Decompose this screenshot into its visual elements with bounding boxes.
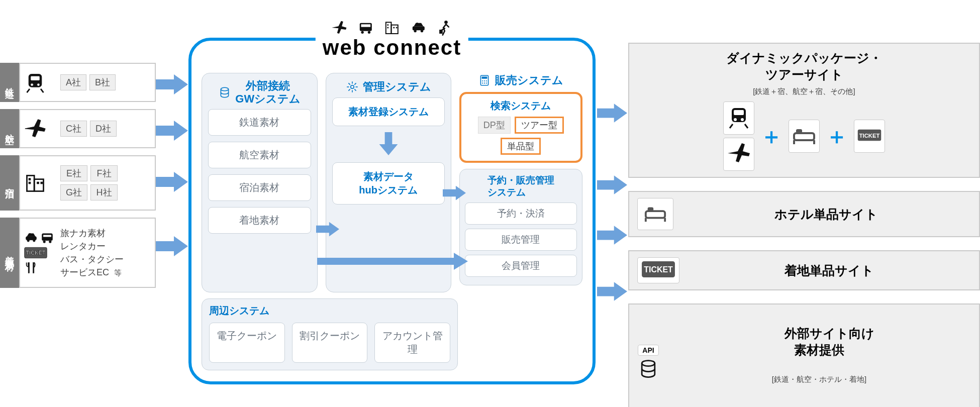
search-title: 検索システム bbox=[465, 99, 576, 113]
periph-discount: 割引クーポン bbox=[292, 323, 368, 363]
peripheral-panel: 周辺システム 電子クーポン 割引クーポン アカウント管理 bbox=[202, 298, 458, 370]
sales-title: 販売システム bbox=[459, 73, 582, 88]
arrow-in-stay bbox=[156, 172, 188, 194]
gw-item-rail: 鉄道素材 bbox=[208, 109, 311, 136]
plus-icon: ＋ bbox=[760, 122, 782, 151]
arrow-in-air bbox=[156, 121, 188, 143]
reserve-item-sales: 販売管理 bbox=[465, 229, 577, 251]
reserve-item-member: 会員管理 bbox=[465, 255, 577, 277]
out-land-title: 着地単品サイト bbox=[688, 262, 971, 279]
hotel-icon bbox=[24, 172, 57, 194]
reserve-title: 予約・販売管理 システム bbox=[465, 174, 577, 198]
company-c: C社 bbox=[60, 121, 87, 137]
out-hotel-title: ホテル単品サイト bbox=[681, 206, 971, 223]
source-stay: 宿泊 E社 F社 G社 H社 bbox=[0, 155, 156, 211]
periph-title: 周辺システム bbox=[209, 304, 450, 318]
arrow-out-dp bbox=[597, 103, 627, 125]
sources-column: 鉄道 A社 B社 航空 C社 D社 宿泊 E社 F社 G社 bbox=[0, 63, 156, 295]
calculator-icon bbox=[478, 74, 491, 87]
tab-air: 航空 bbox=[0, 109, 19, 148]
brand-text: web connect bbox=[323, 36, 461, 60]
arrow-out-hotel bbox=[597, 175, 627, 197]
database-icon bbox=[637, 358, 659, 380]
plane-icon bbox=[24, 118, 57, 140]
sales-column: 販売システム 検索システム DP型 ツアー型 単品型 予約・販売管理 システム … bbox=[459, 73, 582, 292]
arrow-gw-to-hub bbox=[316, 221, 339, 240]
chip-dp: DP型 bbox=[478, 117, 511, 134]
tab-rail: 鉄道 bbox=[0, 63, 19, 102]
source-air: 航空 C社 D社 bbox=[0, 109, 156, 148]
chip-single: 単品型 bbox=[501, 138, 541, 155]
source-rail: 鉄道 A社 B社 bbox=[0, 63, 156, 102]
out-api-title: 外部サイト向け 素材提供 [鉄道・航空・ホテル・着地] bbox=[667, 311, 971, 407]
svg-marker-50 bbox=[317, 253, 468, 270]
land-icons bbox=[24, 231, 57, 275]
search-system: 検索システム DP型 ツアー型 単品型 bbox=[459, 92, 582, 163]
plus-icon: ＋ bbox=[826, 122, 848, 151]
tab-land: 着地素材 bbox=[0, 218, 19, 288]
walker-icon bbox=[434, 20, 455, 36]
outputs-column: ダイナミックパッケージ・ ツアーサイト [鉄道＋宿、航空＋宿、その他] ＋ ＋ … bbox=[628, 43, 980, 407]
train-icon bbox=[24, 71, 57, 93]
gw-item-air: 航空素材 bbox=[208, 142, 311, 168]
gw-panel: 外部接続 GWシステム 鉄道素材 航空素材 宿泊素材 着地素材 bbox=[202, 73, 318, 292]
bus-icon bbox=[355, 20, 376, 36]
out-dp: ダイナミックパッケージ・ ツアーサイト [鉄道＋宿、航空＋宿、その他] ＋ ＋ bbox=[628, 43, 980, 178]
train-icon bbox=[723, 101, 754, 135]
ticket-icon bbox=[854, 120, 885, 153]
arrow-in-rail bbox=[156, 74, 188, 96]
company-f: F社 bbox=[90, 165, 118, 181]
hotel-icon bbox=[381, 20, 403, 36]
plane-icon bbox=[329, 20, 350, 36]
reserve-item-pay: 予約・決済 bbox=[465, 202, 577, 225]
fork-icon bbox=[24, 261, 38, 275]
arrow-down-icon bbox=[378, 132, 399, 157]
out-dp-sub: [鉄道＋宿、航空＋宿、その他] bbox=[637, 87, 971, 96]
gear-icon bbox=[346, 80, 359, 93]
ticket-icon bbox=[24, 247, 47, 259]
land-text: 旅ナカ素材 レンタカー バス・タクシー サービスEC 等 bbox=[60, 227, 124, 279]
webconnect-frame: web connect 外部接続 GWシステム 鉄道素材 航空素材 宿泊素材 着… bbox=[188, 38, 596, 384]
out-api-sub: [鉄道・航空・ホテル・着地] bbox=[667, 375, 971, 384]
company-a: A社 bbox=[60, 74, 86, 90]
plane-icon bbox=[723, 138, 754, 171]
arrow-out-api bbox=[597, 281, 627, 303]
arrow-out-land bbox=[597, 225, 627, 247]
tab-stay: 宿泊 bbox=[0, 155, 19, 211]
out-api: API 外部サイト向け 素材提供 [鉄道・航空・ホテル・着地] bbox=[628, 303, 980, 407]
arrow-in-land bbox=[156, 236, 188, 258]
car-icon bbox=[24, 231, 38, 245]
register-system: 素材登録システム bbox=[332, 97, 445, 126]
out-dp-title: ダイナミックパッケージ・ ツアーサイト bbox=[637, 50, 971, 83]
chip-tour: ツアー型 bbox=[515, 117, 564, 134]
logo-block: web connect bbox=[316, 20, 468, 60]
logo-icons-row bbox=[323, 20, 461, 36]
mgmt-title: 管理システム bbox=[332, 79, 445, 94]
arrow-hub-to-search bbox=[443, 184, 466, 204]
company-h: H社 bbox=[90, 184, 118, 200]
out-land: 着地単品サイト bbox=[628, 250, 980, 290]
source-land: 着地素材 旅ナカ素材 レンタカー バス・タクシー サービスEC 等 bbox=[0, 218, 156, 288]
out-hotel: ホテル単品サイト bbox=[628, 191, 980, 237]
company-g: G社 bbox=[60, 184, 87, 200]
bed-icon bbox=[637, 198, 673, 230]
company-e: E社 bbox=[60, 165, 87, 181]
database-icon bbox=[218, 86, 231, 99]
gw-item-land: 着地素材 bbox=[208, 207, 311, 234]
company-b: B社 bbox=[89, 74, 116, 90]
ticket-icon bbox=[637, 257, 679, 283]
hub-system: 素材データ hubシステム bbox=[332, 162, 445, 205]
periph-coupon: 電子クーポン bbox=[209, 323, 285, 363]
arrow-land-to-reserve bbox=[317, 253, 468, 272]
periph-account: アカウント管理 bbox=[374, 323, 450, 363]
gw-title: 外部接続 GWシステム bbox=[208, 79, 311, 106]
company-d: D社 bbox=[90, 121, 117, 137]
api-badge: API bbox=[638, 345, 658, 356]
gw-item-stay: 宿泊素材 bbox=[208, 174, 311, 201]
reserve-system: 予約・販売管理 システム 予約・決済 販売管理 会員管理 bbox=[459, 169, 582, 285]
bed-icon bbox=[789, 120, 820, 153]
bus-icon bbox=[40, 231, 54, 245]
car-icon bbox=[408, 20, 429, 36]
